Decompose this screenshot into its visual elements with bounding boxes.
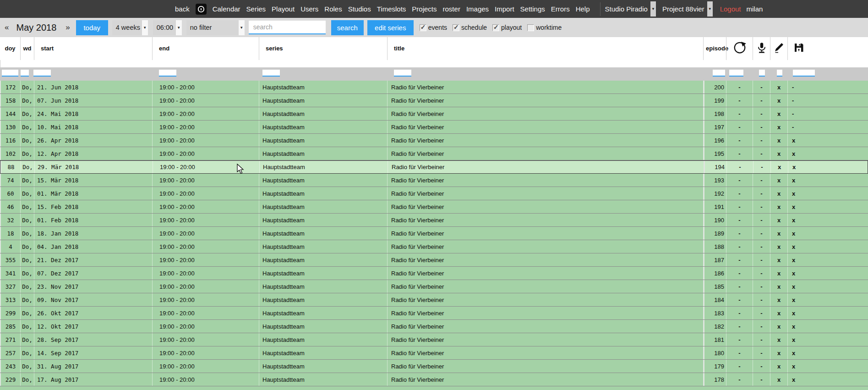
search-button[interactable]: search [331,20,364,35]
worktime-checkbox[interactable] [527,24,534,31]
filter-start-input[interactable] [33,70,51,77]
filter-edit-input[interactable] [777,70,782,77]
column-header-microphone[interactable] [753,37,770,60]
table-row[interactable]: 60 Do, 01. Mär 2018 19:00 - 20:00 Haupts… [0,187,868,200]
table-row[interactable]: 243 Do, 31. Aug 2017 19:00 - 20:00 Haupt… [0,360,868,373]
row-doy: 257 [0,346,20,359]
filter-select[interactable]: no filter ▼ [186,20,245,35]
column-header-start[interactable]: start [34,37,152,60]
filter-title-input[interactable] [394,70,411,77]
table-row[interactable]: 18 Do, 18. Jan 2018 19:00 - 20:00 Haupts… [0,227,868,240]
next-period-button[interactable]: » [66,23,70,32]
range-select[interactable]: 4 weeks ▼ [112,20,148,35]
back-button[interactable]: back [175,5,190,13]
filter-wd-input[interactable] [21,70,29,77]
column-header-title[interactable]: title [387,37,703,60]
project-dropdown-button[interactable]: ▼ [707,1,713,16]
schedule-checkbox[interactable] [453,24,459,31]
today-button[interactable]: today [76,20,108,35]
row-episode: 199 [703,94,726,107]
edit-series-button[interactable]: edit series [367,20,414,35]
menu-item-users[interactable]: Users [300,5,318,13]
chevron-down-icon[interactable]: ▼ [142,20,148,35]
menu-item-studios[interactable]: Studios [348,5,371,13]
events-checkbox[interactable] [420,24,426,31]
table-row[interactable]: 172 Do, 21. Jun 2018 19:00 - 20:00 Haupt… [0,81,868,94]
row-save-flag: x [787,346,868,359]
row-start-date: 24. Mai 2018 [34,107,152,120]
column-header-rerun[interactable] [726,37,753,60]
filter-save-input[interactable] [793,70,815,77]
table-row[interactable]: 88 Do, 29. Mär 2018 19:00 - 20:00 Haupts… [0,160,868,174]
row-weekday: Do, [20,333,34,346]
filter-doy-input[interactable] [2,70,18,77]
table-row[interactable]: 144 Do, 24. Mai 2018 19:00 - 20:00 Haupt… [0,107,868,121]
table-row[interactable]: 32 Do, 01. Feb 2018 19:00 - 20:00 Haupts… [0,214,868,227]
table-row[interactable]: 116 Do, 26. Apr 2018 19:00 - 20:00 Haupt… [0,134,868,147]
filter-end-input[interactable] [159,70,176,77]
row-start-date: 21. Dez 2017 [34,253,152,266]
search-input[interactable] [249,21,326,34]
table-row[interactable]: 299 Do, 26. Okt 2017 19:00 - 20:00 Haupt… [0,307,868,320]
previous-period-button[interactable]: « [5,23,9,32]
menu-item-images[interactable]: Images [466,5,489,13]
row-time-range: 19:00 - 20:00 [152,200,259,213]
menu-item-help[interactable]: Help [576,5,590,13]
table-row[interactable]: 285 Do, 12. Okt 2017 19:00 - 20:00 Haupt… [0,320,868,333]
menu-item-errors[interactable]: Errors [551,5,570,13]
time-select[interactable]: 06:00 ▼ [153,20,182,35]
menu-item-roster[interactable]: roster [443,5,460,13]
column-header-wd[interactable]: wd [20,37,34,60]
playout-checkbox[interactable] [492,24,499,31]
menu-item-settings[interactable]: Settings [520,5,545,13]
row-rerun-flag: - [726,360,753,373]
filter-microphone-input[interactable] [759,70,765,77]
column-header-save[interactable] [787,37,868,60]
menu-item-playout[interactable]: Playout [272,5,295,13]
menu-item-timeslots[interactable]: Timeslots [377,5,406,13]
table-row[interactable]: 4 Do, 04. Jan 2018 19:00 - 20:00 Hauptst… [0,240,868,253]
column-header-edit[interactable] [770,37,787,60]
table-row[interactable]: 158 Do, 07. Jun 2018 19:00 - 20:00 Haupt… [0,94,868,107]
table-row[interactable]: 271 Do, 28. Sep 2017 19:00 - 20:00 Haupt… [0,333,868,346]
studio-select[interactable]: Studio Piradio [605,5,648,13]
menu-item-import[interactable]: Import [495,5,514,13]
studio-dropdown-button[interactable]: ▼ [650,1,656,16]
chevron-down-icon[interactable]: ▼ [239,20,245,35]
row-time-range: 19:00 - 20:00 [152,360,259,373]
filter-episode-input[interactable] [713,70,725,77]
row-series: Hauptstadtteam [259,227,387,240]
column-header-series[interactable]: series [259,37,387,60]
row-time-range: 19:00 - 20:00 [152,320,259,333]
chevron-down-icon[interactable]: ▼ [176,20,182,35]
table-row[interactable]: 74 Do, 15. Mär 2018 19:00 - 20:00 Haupts… [0,174,868,187]
column-header-episode[interactable]: episode [703,37,726,60]
piradio-logo-icon[interactable] [196,4,207,15]
menu-item-projects[interactable]: Projects [412,5,437,13]
project-select[interactable]: Project 88vier [662,5,704,13]
table-row[interactable]: 102 Do, 12. Apr 2018 19:00 - 20:00 Haupt… [0,147,868,160]
filter-series-input[interactable] [262,70,280,77]
filter-rerun-input[interactable] [729,70,743,77]
row-microphone-flag: - [753,240,770,253]
table-row[interactable]: 341 Do, 07. Dez 2017 19:00 - 20:00 Haupt… [0,267,868,280]
logout-button[interactable]: Logout [720,5,741,13]
column-header-doy[interactable]: doy [0,37,20,60]
column-header-end[interactable]: end [152,37,259,60]
row-edit-flag: x [770,320,787,333]
table-row[interactable]: 229 Do, 17. Aug 2017 19:00 - 20:00 Haupt… [0,373,868,386]
table-row[interactable]: 46 Do, 15. Feb 2018 19:00 - 20:00 Haupts… [0,200,868,214]
row-title: Radio für Vierbeiner [387,187,703,200]
table-row[interactable]: 257 Do, 14. Sep 2017 19:00 - 20:00 Haupt… [0,346,868,360]
menu-item-roles[interactable]: Roles [324,5,342,13]
row-doy: 144 [0,107,20,120]
menu-item-calendar[interactable]: Calendar [213,5,240,13]
table-row[interactable]: 327 Do, 23. Nov 2017 19:00 - 20:00 Haupt… [0,280,868,293]
table-row[interactable]: 355 Do, 21. Dez 2017 19:00 - 20:00 Haupt… [0,253,868,267]
table-row[interactable]: 130 Do, 10. Mai 2018 19:00 - 20:00 Haupt… [0,121,868,134]
playout-checkbox-label: playout [501,24,522,31]
table-row[interactable]: 313 Do, 09. Nov 2017 19:00 - 20:00 Haupt… [0,293,868,307]
row-episode: 192 [703,187,726,200]
row-series: Hauptstadtteam [259,174,387,187]
menu-item-series[interactable]: Series [246,5,266,13]
